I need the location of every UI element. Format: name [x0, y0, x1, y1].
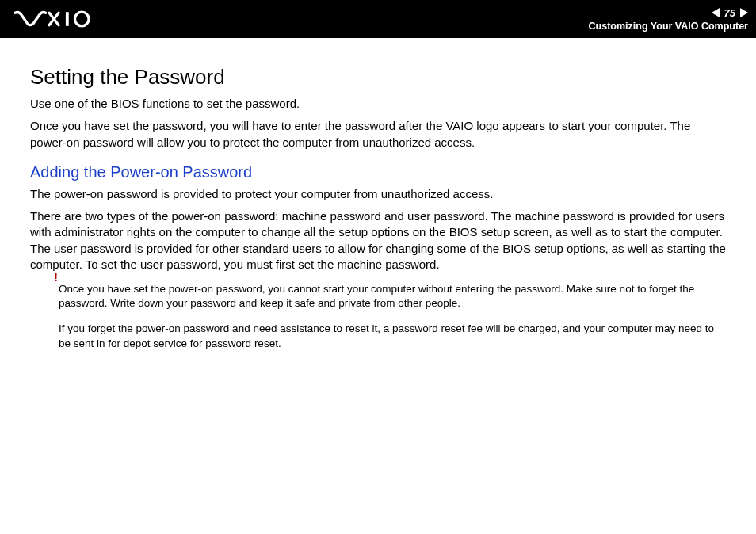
breadcrumb: Customizing Your VAIO Computer	[589, 21, 748, 32]
next-page-icon[interactable]	[740, 8, 748, 17]
note-paragraph-1: Once you have set the power-on password,…	[59, 282, 727, 311]
note-paragraph-2: If you forget the power-on password and …	[59, 322, 727, 350]
header-bar: 75 Customizing Your VAIO Computer	[0, 0, 756, 38]
svg-rect-0	[66, 12, 69, 26]
body-paragraph-2: There are two types of the power-on pass…	[30, 208, 727, 273]
section-heading: Adding the Power-on Password	[30, 163, 727, 181]
header-right: 75 Customizing Your VAIO Computer	[589, 7, 748, 32]
pager: 75	[712, 7, 748, 19]
warning-note: ! Once you have set the power-on passwor…	[30, 282, 727, 351]
page-number: 75	[723, 7, 737, 19]
intro-paragraph-2: Once you have set the password, you will…	[30, 118, 727, 151]
prev-page-icon[interactable]	[712, 8, 720, 17]
svg-point-1	[74, 12, 89, 26]
intro-paragraph-1: Use one of the BIOS functions to set the…	[30, 96, 727, 112]
page-content: Setting the Password Use one of the BIOS…	[0, 38, 756, 351]
warning-icon: !	[54, 269, 58, 285]
vaio-logo	[14, 0, 101, 38]
page-title: Setting the Password	[30, 65, 727, 90]
body-paragraph-1: The power-on password is provided to pro…	[30, 186, 727, 202]
